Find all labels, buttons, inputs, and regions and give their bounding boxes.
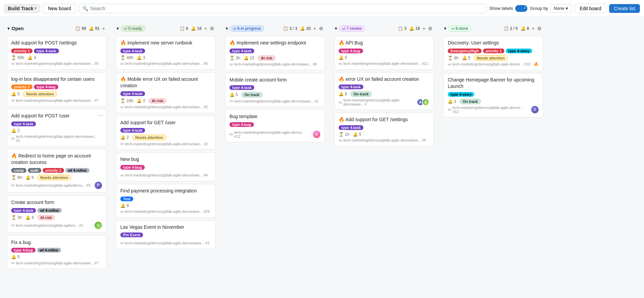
comments-count: 🔔 18 (409, 26, 420, 31)
table-row[interactable]: 🔥 error UX on failed account creationtyp… (334, 72, 434, 110)
card-labels: type 4-task (339, 125, 429, 130)
show-labels-toggle[interactable] (515, 5, 527, 12)
add-item-button[interactable]: + (102, 25, 106, 32)
table-row[interactable]: ⋯Add support for POST /usertype 4-task🔔 … (7, 109, 106, 146)
column-actions: +⚙ (313, 25, 324, 32)
table-row[interactable]: Fix a bug.type 4-bugwf 4-refine🔔 5▭ tech… (7, 236, 106, 269)
board: ▾Open📋 89 🔔 91+Add support for POST /set… (0, 17, 644, 298)
label: Test (120, 197, 133, 201)
collapse-icon[interactable]: ▾ (444, 26, 446, 31)
column-settings-button[interactable]: ⚙ (537, 25, 542, 32)
label: type 4-task (339, 85, 363, 89)
group-by-value: None (554, 6, 564, 11)
collapse-icon[interactable]: ▾ (117, 26, 119, 31)
collapse-icon[interactable]: ▾ (335, 26, 337, 31)
card-labels: type 4-story (448, 92, 539, 97)
card-labels: type 4-task (120, 91, 211, 96)
table-row[interactable]: 🔥 API Bugtype 4-bug🔔 5▭ tech-marketing/d… (334, 36, 434, 70)
fire-icon: 🔥 (229, 40, 237, 45)
card-meta: 🔔 5 (11, 255, 102, 259)
column-settings-button[interactable]: ⚙ (209, 25, 215, 32)
table-row[interactable]: Discovery: User settingsEmergencyHighpri… (443, 36, 543, 70)
card-footer: ▭ tech-marketing/demos/gitlab-agile-demo… (120, 173, 211, 178)
collapse-icon[interactable]: ▾ (7, 26, 9, 31)
table-row[interactable]: Mobile create account formtype 4-task🔔 5… (225, 73, 325, 107)
card-labels: Pre Event (120, 232, 211, 237)
card-meta: 🔔 2 (11, 128, 102, 133)
new-board-button[interactable]: New board (43, 4, 76, 13)
column-meta: 📋 6 🔔 16 (180, 26, 202, 31)
card-meta: 🔔 2Needs attention (120, 135, 211, 140)
card-title: 🔥 API Bug (339, 40, 429, 46)
table-row[interactable]: Change Homepage Banner for upcoming Laun… (443, 73, 543, 117)
board-selector[interactable]: Build Track ▾ (4, 4, 40, 13)
card-footer: ▭ tech-marketing/demos/gitlab-agile-demo… (448, 106, 539, 114)
add-item-button[interactable]: + (531, 25, 535, 32)
card-meta: 🔔 3On track (448, 99, 539, 104)
repo-icon: ▭ (120, 61, 124, 66)
comments-count: 🔔 5 (11, 255, 20, 259)
card-labels: compauthpriority 1wf 4-refine (11, 168, 102, 173)
card-meta: 🔔 8On track (339, 91, 429, 97)
status-badge: At risk (258, 55, 275, 61)
table-row[interactable]: 🔥 Redirect to home page on account creat… (7, 149, 106, 193)
create-list-button[interactable]: Create list (609, 4, 640, 13)
table-row[interactable]: Bug templatetype 4-bug▭ tech-marketing/d… (225, 110, 325, 142)
card-repo: tech-marketing/demos/gitlab-agile/demo..… (16, 183, 90, 187)
label: type 4-bug (339, 49, 363, 53)
column-header: ▾wf 7-review📋 3 🔔 18+⚙ (331, 22, 437, 35)
column-done: ▾wf 8-done📋 2 / 5 🔔 8+⚙Discovery: User s… (441, 22, 546, 120)
comments-count: 🔔 2 (137, 98, 145, 103)
fire-icon: 🔥 (339, 117, 345, 122)
column-settings-button[interactable]: ⚙ (318, 25, 324, 32)
card-footer: ▭ tech-marketing/demos/gitlab-agile-demo… (120, 105, 211, 109)
collapse-icon[interactable]: ▾ (226, 26, 228, 31)
table-row[interactable]: New bugtype 4-bug▭ tech-marketing/demos/… (116, 152, 216, 181)
column-meta: 📋 89 🔔 91 (75, 26, 99, 31)
table-row[interactable]: Las Vegas Event in NovemberPre Event▭ te… (116, 220, 216, 249)
column-actions: +⚙ (204, 25, 215, 32)
group-by-label: Group by (530, 6, 548, 11)
table-row[interactable]: Add support for GET /usertype 4-task🔔 2N… (116, 116, 216, 150)
avatar-multi: AB (419, 98, 429, 106)
group-by-dropdown[interactable]: None ▾ (550, 4, 572, 13)
card-title: 🔥 error UX on failed account creation (339, 76, 429, 83)
table-row[interactable]: 🔥 Add support for GET /settingstype 4-ta… (334, 113, 434, 146)
label: wf 4-refine (37, 208, 61, 213)
label: wf 4-refine (65, 168, 89, 173)
card-footer: ▭ tech-marketing/demos/gitlab-agile/demo… (11, 182, 102, 189)
card-repo: tech-marketing/demos/gitlab-agile-demo/.… (452, 106, 530, 114)
search-input[interactable] (90, 6, 483, 11)
card-title: Add support for POST /settings (11, 40, 102, 46)
cards-list: 🔥 API Bugtype 4-bug🔔 5▭ tech-marketing/d… (331, 35, 437, 149)
label: type 4-bug (120, 165, 145, 170)
repo-icon: ▭ (229, 99, 233, 103)
table-row[interactable]: 🔥 Implement new settings endpointtype 4-… (225, 36, 325, 70)
table-row[interactable]: Add support for POST /settingspriority 1… (7, 36, 106, 70)
card-meta: 🔔 5 (339, 55, 429, 60)
add-item-button[interactable]: + (204, 25, 208, 32)
avatar: B (422, 98, 429, 106)
card-footer: ▭ tech-marketing/demos/gitlab-agile-demo… (11, 61, 102, 66)
column-settings-button[interactable]: ⚙ (427, 25, 433, 32)
time-estimate: ⏳ 1h (339, 132, 349, 137)
card-title: 🔥 implement new server runbook (120, 40, 211, 46)
card-footer: ▭ tech-marketing/demos/gitlab-agile-demo… (11, 98, 102, 103)
table-row[interactable]: 🔥 Mobile error UX on failed account crea… (116, 72, 216, 113)
issues-count: 📋 2 / 5 (504, 26, 518, 31)
label: comp (11, 168, 26, 173)
card-labels: type 4-bug (120, 165, 211, 170)
table-row[interactable]: Find payment processing integrationTest🔔… (116, 184, 216, 218)
repo-icon: ▭ (229, 132, 233, 136)
column-header: ▾wf 8-done📋 2 / 5 🔔 8+⚙ (441, 22, 546, 35)
cards-list: Add support for POST /settingspriority 1… (4, 35, 109, 272)
table-row[interactable]: Create account formtype 4-taskwf 4-refin… (7, 195, 106, 233)
edit-board-button[interactable]: Edit board (575, 4, 606, 13)
table-row[interactable]: log-in box disappeared for certain users… (7, 72, 106, 107)
add-item-button[interactable]: + (422, 25, 426, 32)
comments-count: 🔔 91 (89, 26, 100, 31)
card-meta: ⏳ 40h🔔 4 (11, 55, 102, 60)
add-item-button[interactable]: + (313, 25, 317, 32)
table-row[interactable]: 🔥 implement new server runbooktype 4-tas… (116, 36, 216, 70)
card-menu-icon[interactable]: ⋯ (98, 112, 103, 118)
